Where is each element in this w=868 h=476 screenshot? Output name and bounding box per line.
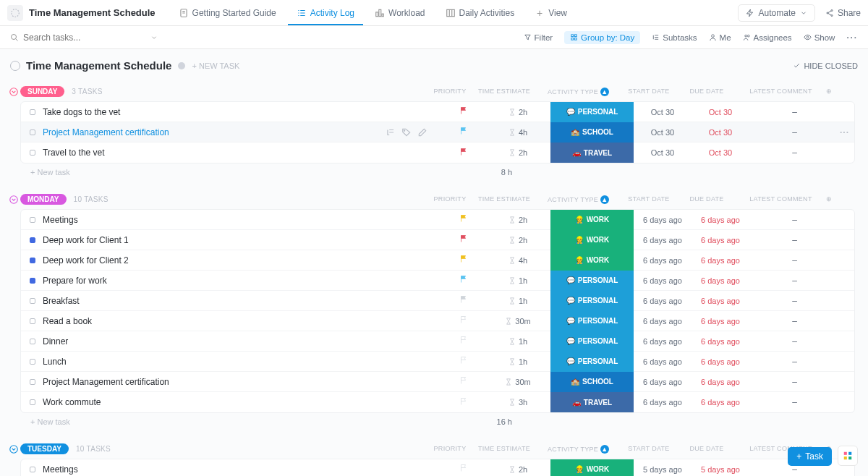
tag-icon[interactable]: [401, 127, 412, 137]
priority-cell[interactable]: [442, 147, 485, 159]
start-date-cell[interactable]: 6 days ago: [634, 276, 692, 285]
due-date-cell[interactable]: 6 days ago: [692, 398, 749, 407]
comment-cell[interactable]: –: [749, 336, 840, 347]
task-row[interactable]: Project Management certification4h🏫SCHOO…: [21, 122, 854, 143]
priority-cell[interactable]: [442, 375, 485, 388]
start-date-cell[interactable]: 6 days ago: [634, 297, 692, 305]
priority-cell[interactable]: [442, 355, 485, 367]
task-name[interactable]: Project Management certification: [43, 377, 442, 387]
show-button[interactable]: Show: [804, 33, 835, 42]
priority-cell[interactable]: [442, 254, 485, 266]
add-column-icon[interactable]: ⊕: [826, 88, 841, 96]
task-name[interactable]: Meetings: [43, 464, 442, 475]
time-estimate-cell[interactable]: 2h: [485, 148, 550, 157]
task-row[interactable]: Work commute3h🚗TRAVEL6 days ago6 days ag…: [21, 392, 854, 412]
group-header[interactable]: SUNDAY3 TASKSPRIORITYTIME ESTIMATEACTIVI…: [10, 80, 858, 101]
due-date-cell[interactable]: Oct 30: [692, 148, 749, 157]
chevron-down-icon[interactable]: [9, 444, 19, 454]
priority-cell[interactable]: [442, 126, 485, 138]
task-name[interactable]: Prepare for work: [43, 276, 442, 286]
workspace-icon[interactable]: [7, 5, 23, 21]
tab-activity-log[interactable]: Activity Log: [288, 0, 363, 25]
priority-cell[interactable]: [442, 274, 485, 286]
status-square[interactable]: [30, 399, 35, 405]
tab-view[interactable]: +View: [526, 0, 576, 25]
edit-icon[interactable]: [417, 127, 427, 137]
due-date-cell[interactable]: 6 days ago: [692, 236, 749, 245]
new-task-link[interactable]: + New task: [30, 168, 70, 177]
info-icon[interactable]: [177, 61, 186, 70]
time-estimate-cell[interactable]: 1h: [485, 337, 550, 346]
tab-getting-started-guide[interactable]: Getting Started Guide: [170, 0, 285, 25]
time-estimate-cell[interactable]: 2h: [485, 216, 550, 224]
priority-cell[interactable]: [442, 234, 485, 246]
due-date-cell[interactable]: 6 days ago: [692, 216, 749, 224]
task-name[interactable]: Dinner: [43, 336, 442, 347]
group-header[interactable]: MONDAY10 TASKSPRIORITYTIME ESTIMATEACTIV…: [10, 188, 858, 209]
task-row[interactable]: Deep work for Client 12h👷WORK6 days ago6…: [21, 230, 854, 250]
due-date-cell[interactable]: Oct 30: [692, 108, 749, 116]
status-square[interactable]: [30, 298, 35, 304]
activity-type-cell[interactable]: 👷WORK: [550, 250, 634, 271]
status-square[interactable]: [30, 379, 35, 385]
task-row[interactable]: Dinner1h💬PERSONAL6 days ago6 days ago–: [21, 331, 854, 352]
task-name[interactable]: Work commute: [43, 397, 442, 407]
due-date-cell[interactable]: 6 days ago: [692, 337, 749, 346]
chevron-down-icon[interactable]: [9, 195, 19, 205]
task-row[interactable]: Breakfast1h💬PERSONAL6 days ago6 days ago…: [21, 291, 854, 311]
status-square[interactable]: [30, 278, 35, 284]
subtask-icon[interactable]: [386, 127, 396, 137]
new-task-link[interactable]: + New task: [30, 417, 70, 426]
comment-cell[interactable]: –: [749, 107, 840, 117]
task-row[interactable]: Meetings2h👷WORK5 days ago5 days ago–: [21, 459, 854, 476]
status-square[interactable]: [30, 150, 35, 156]
priority-cell[interactable]: [442, 396, 485, 409]
due-date-cell[interactable]: 5 days ago: [692, 465, 749, 474]
task-row[interactable]: Lunch1h💬PERSONAL6 days ago6 days ago–: [21, 352, 854, 372]
time-estimate-cell[interactable]: 3h: [485, 398, 550, 407]
activity-type-cell[interactable]: 🏫SCHOOL: [550, 122, 634, 143]
time-estimate-cell[interactable]: 4h: [485, 256, 550, 265]
task-row[interactable]: Take dogs to the vet2h💬PERSONALOct 30Oct…: [21, 102, 854, 122]
tab-daily-activities[interactable]: Daily Activities: [437, 0, 524, 25]
task-name[interactable]: Deep work for Client 2: [43, 255, 442, 265]
time-estimate-cell[interactable]: 2h: [485, 108, 550, 116]
task-name[interactable]: Read a book: [43, 316, 442, 326]
comment-cell[interactable]: –: [749, 316, 840, 326]
start-date-cell[interactable]: Oct 30: [634, 108, 692, 116]
task-name[interactable]: Project Management certification: [43, 127, 386, 137]
task-name[interactable]: Lunch: [43, 357, 442, 367]
start-date-cell[interactable]: Oct 30: [634, 148, 692, 157]
due-date-cell[interactable]: 6 days ago: [692, 378, 749, 386]
start-date-cell[interactable]: 6 days ago: [634, 216, 692, 224]
status-square[interactable]: [30, 339, 35, 344]
activity-type-cell[interactable]: 💬PERSONAL: [550, 291, 634, 311]
time-estimate-cell[interactable]: 30m: [485, 317, 550, 326]
start-date-cell[interactable]: 6 days ago: [634, 236, 692, 245]
start-date-cell[interactable]: 6 days ago: [634, 398, 692, 407]
priority-cell[interactable]: [442, 213, 485, 226]
due-date-cell[interactable]: 6 days ago: [692, 256, 749, 265]
status-square[interactable]: [30, 217, 35, 223]
time-estimate-cell[interactable]: 2h: [485, 236, 550, 245]
task-name[interactable]: Travel to the vet: [43, 148, 442, 158]
task-name[interactable]: Take dogs to the vet: [43, 107, 442, 117]
task-row[interactable]: Travel to the vet2h🚗TRAVELOct 30Oct 30–: [21, 143, 854, 163]
start-date-cell[interactable]: 6 days ago: [634, 337, 692, 346]
list-status-circle[interactable]: [10, 61, 20, 71]
time-estimate-cell[interactable]: 1h: [485, 297, 550, 305]
status-square[interactable]: [30, 359, 35, 365]
comment-cell[interactable]: –: [749, 377, 840, 387]
task-row[interactable]: Deep work for Client 24h👷WORK6 days ago6…: [21, 250, 854, 271]
due-date-cell[interactable]: 6 days ago: [692, 317, 749, 326]
activity-type-cell[interactable]: 🚗TRAVEL: [550, 143, 634, 163]
due-date-cell[interactable]: 6 days ago: [692, 297, 749, 305]
new-task-link[interactable]: + NEW TASK: [192, 61, 239, 70]
status-square[interactable]: [30, 258, 35, 263]
me-button[interactable]: Me: [709, 33, 731, 42]
search-input[interactable]: [23, 33, 110, 43]
comment-cell[interactable]: –: [749, 127, 840, 137]
task-row[interactable]: Prepare for work1h💬PERSONAL6 days ago6 d…: [21, 271, 854, 291]
status-square[interactable]: [30, 237, 35, 243]
status-square[interactable]: [30, 318, 35, 324]
